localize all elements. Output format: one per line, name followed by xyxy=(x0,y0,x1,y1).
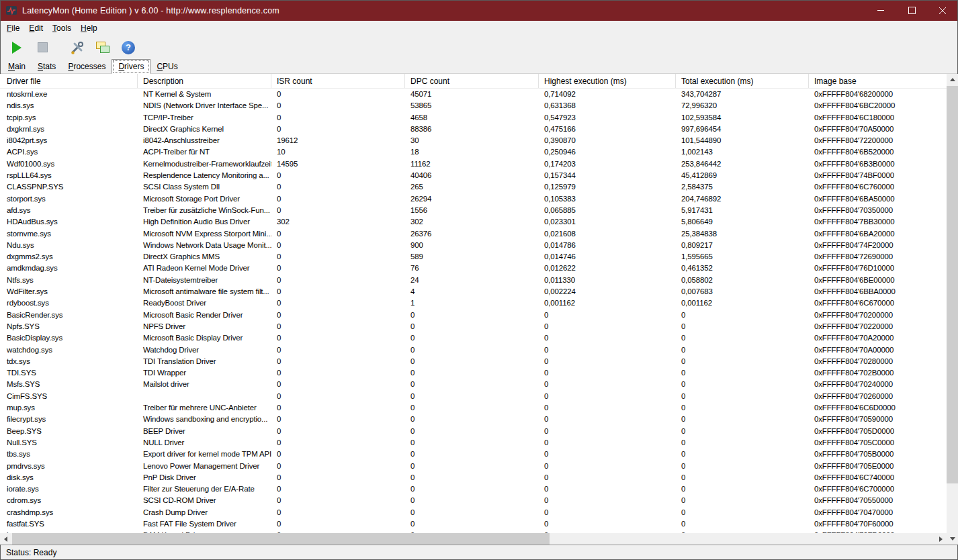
table-row[interactable]: crashdmp.sysCrash Dump Driver00000xFFFFF… xyxy=(0,507,947,518)
cell-isr-count: 0 xyxy=(271,414,405,425)
table-row[interactable]: CLASSPNP.SYSSCSI Class System Dll02650,1… xyxy=(0,181,947,193)
cell-highest-execution: 0,014746 xyxy=(539,251,676,263)
table-header: Driver file Description ISR count DPC co… xyxy=(0,74,947,89)
cell-isr-count: 0 xyxy=(271,275,405,286)
maximize-button[interactable] xyxy=(896,0,927,21)
table-row[interactable]: tbs.sysExport driver for kernel mode TPM… xyxy=(0,449,947,460)
column-header-description[interactable]: Description xyxy=(138,74,271,88)
cell-dpc-count: 0 xyxy=(405,426,539,437)
processes-button[interactable] xyxy=(93,38,113,58)
table-row[interactable]: watchdog.sysWatchdog Driver00000xFFFFF80… xyxy=(0,344,947,356)
cell-highest-execution: 0,065885 xyxy=(539,205,676,216)
table-row[interactable]: WdFilter.sysMicrosoft antimalware file s… xyxy=(0,286,947,297)
help-button[interactable]: ? xyxy=(118,38,138,58)
table-row[interactable]: Beep.SYSBEEP Driver00000xFFFFF804'705D00… xyxy=(0,426,947,437)
cell-dpc-count: 0 xyxy=(405,310,539,321)
cell-total-execution: 0 xyxy=(676,332,809,344)
table-row[interactable]: Ndu.sysWindows Network Data Usage Monit.… xyxy=(0,240,947,251)
table-row[interactable]: BasicRender.sysMicrosoft Basic Render Dr… xyxy=(0,310,947,321)
tab-stats[interactable]: Stats xyxy=(32,60,62,73)
table-row[interactable]: disk.sysPnP Disk Driver00000xFFFFF804'6C… xyxy=(0,472,947,483)
table-row[interactable]: i8042prt.sysi8042-Anschlusstreiber196123… xyxy=(0,135,947,146)
cell-highest-execution: 0,475166 xyxy=(539,124,676,135)
table-row[interactable]: Msfs.SYSMailslot driver00000xFFFFF804'70… xyxy=(0,379,947,390)
column-header-dpc-count[interactable]: DPC count xyxy=(405,74,539,88)
tab-processes[interactable]: Processes xyxy=(62,60,112,73)
cell-description: TCP/IP-Treiber xyxy=(138,112,271,124)
titlebar[interactable]: LatencyMon (Home Edition ) v 6.00 - http… xyxy=(0,0,958,21)
table-row[interactable]: iorate.sysFilter zur Steuerung der E/A-R… xyxy=(0,483,947,495)
table-row[interactable]: HDAudBus.sysHigh Definition Audio Bus Dr… xyxy=(0,216,947,228)
cell-dpc-count: 24 xyxy=(405,275,539,286)
table-row[interactable]: cdrom.sysSCSI CD-ROM Driver00000xFFFFF80… xyxy=(0,495,947,506)
cell-image-base: 0xFFFFF804'70470000 xyxy=(809,507,947,518)
column-header-isr-count[interactable]: ISR count xyxy=(271,74,405,88)
cell-isr-count: 0 xyxy=(271,89,405,100)
column-header-total-execution[interactable]: Total execution (ms) xyxy=(676,74,809,88)
cell-dpc-count: 0 xyxy=(405,461,539,472)
cell-description: TDI Wrapper xyxy=(138,367,271,379)
column-header-highest-execution[interactable]: Highest execution (ms) xyxy=(539,74,676,88)
menu-help[interactable]: Help xyxy=(76,22,102,34)
table-row[interactable]: rdyboost.sysReadyBoost Driver010,0011620… xyxy=(0,297,947,309)
horizontal-scrollbar[interactable] xyxy=(0,533,947,545)
vertical-scroll-thumb[interactable] xyxy=(947,86,958,483)
start-monitor-button[interactable] xyxy=(7,38,27,58)
horizontal-scroll-thumb[interactable] xyxy=(12,533,550,545)
table-row[interactable]: Npfs.SYSNPFS Driver00000xFFFFF804'702200… xyxy=(0,321,947,332)
scroll-down-button[interactable] xyxy=(947,533,958,545)
table-row[interactable]: afd.sysTreiber für zusätzliche WinSock-F… xyxy=(0,205,947,216)
tab-cpus[interactable]: CPUs xyxy=(150,60,183,73)
cell-description: ATI Radeon Kernel Mode Driver xyxy=(138,263,271,274)
table-row[interactable]: Null.SYSNULL Driver00000xFFFFF804'705C00… xyxy=(0,437,947,449)
table-row[interactable]: rspLLL64.sysResplendence Latency Monitor… xyxy=(0,170,947,181)
cell-driver-file: fastfat.SYS xyxy=(0,518,138,530)
cell-highest-execution: 0,023301 xyxy=(539,216,676,228)
table-row[interactable]: storport.sysMicrosoft Storage Port Drive… xyxy=(0,193,947,205)
table-row[interactable]: filecrypt.sysWindows sandboxing and encr… xyxy=(0,414,947,425)
table-row[interactable]: fastfat.SYSFast FAT File System Driver00… xyxy=(0,518,947,530)
cell-driver-file: rspLLL64.sys xyxy=(0,170,138,181)
tab-drivers[interactable]: Drivers xyxy=(112,59,150,74)
column-header-driver-file[interactable]: Driver file xyxy=(0,74,138,88)
cell-image-base: 0xFFFFF804'6BA50000 xyxy=(809,193,947,205)
cell-total-execution: 0 xyxy=(676,426,809,437)
stop-monitor-button[interactable] xyxy=(32,38,52,58)
table-row[interactable]: TDI.SYSTDI Wrapper00000xFFFFF804'702B000… xyxy=(0,367,947,379)
cell-description: Microsoft Basic Render Driver xyxy=(138,310,271,321)
cell-highest-execution: 0,105383 xyxy=(539,193,676,205)
cell-image-base: 0xFFFFF804'705C0000 xyxy=(809,437,947,449)
table-row[interactable]: Wdf01000.sysKernelmodustreiber-Framework… xyxy=(0,158,947,170)
table-row[interactable]: mup.sysTreiber für mehrere UNC-Anbieter0… xyxy=(0,402,947,414)
tab-main[interactable]: Main xyxy=(2,60,32,73)
table-row[interactable]: ACPI.sysACPI-Treiber für NT10180,2509461… xyxy=(0,146,947,158)
cell-dpc-count: 0 xyxy=(405,379,539,390)
table-row[interactable]: ntoskrnl.exeNT Kernel & System0450710,71… xyxy=(0,89,947,100)
table-row[interactable]: Ntfs.sysNT-Dateisystemtreiber0240,011330… xyxy=(0,275,947,286)
table-row[interactable]: tdx.sysTDI Translation Driver00000xFFFFF… xyxy=(0,356,947,367)
menu-tools[interactable]: Tools xyxy=(48,22,76,34)
scroll-up-button[interactable] xyxy=(947,74,958,85)
table-row[interactable]: dxgkrnl.sysDirectX Graphics Kernel088386… xyxy=(0,124,947,135)
vertical-scrollbar[interactable] xyxy=(947,74,958,545)
close-button[interactable] xyxy=(927,0,958,21)
menu-edit[interactable]: Edit xyxy=(24,22,48,34)
table-row[interactable]: CimFS.SYS00000xFFFFF804'70260000 xyxy=(0,391,947,402)
table-row[interactable]: ndis.sysNDIS (Network Driver Interface S… xyxy=(0,100,947,111)
table-row[interactable]: tcpip.sysTCP/IP-Treiber046580,547923102,… xyxy=(0,112,947,124)
table-row[interactable]: pmdrvs.sysLenovo Power Management Driver… xyxy=(0,461,947,472)
cell-image-base: 0xFFFFF804'70260000 xyxy=(809,391,947,402)
options-button[interactable] xyxy=(67,38,87,58)
table-row[interactable]: stornvme.sysMicrosoft NVM Express Storpo… xyxy=(0,228,947,240)
table-row[interactable]: BasicDisplay.sysMicrosoft Basic Display … xyxy=(0,332,947,344)
cell-description: Microsoft Basic Display Driver xyxy=(138,332,271,344)
column-header-image-base[interactable]: Image base xyxy=(809,74,947,88)
cell-total-execution: 2,584375 xyxy=(676,181,809,193)
minimize-button[interactable] xyxy=(865,0,896,21)
scroll-left-button[interactable] xyxy=(0,533,11,545)
menu-file[interactable]: File xyxy=(2,22,24,34)
table-row[interactable]: dxgmms2.sysDirectX Graphics MMS05890,014… xyxy=(0,251,947,263)
scroll-right-button[interactable] xyxy=(935,533,947,545)
table-row[interactable]: amdkmdag.sysATI Radeon Kernel Mode Drive… xyxy=(0,263,947,274)
cell-dpc-count: 18 xyxy=(405,146,539,158)
